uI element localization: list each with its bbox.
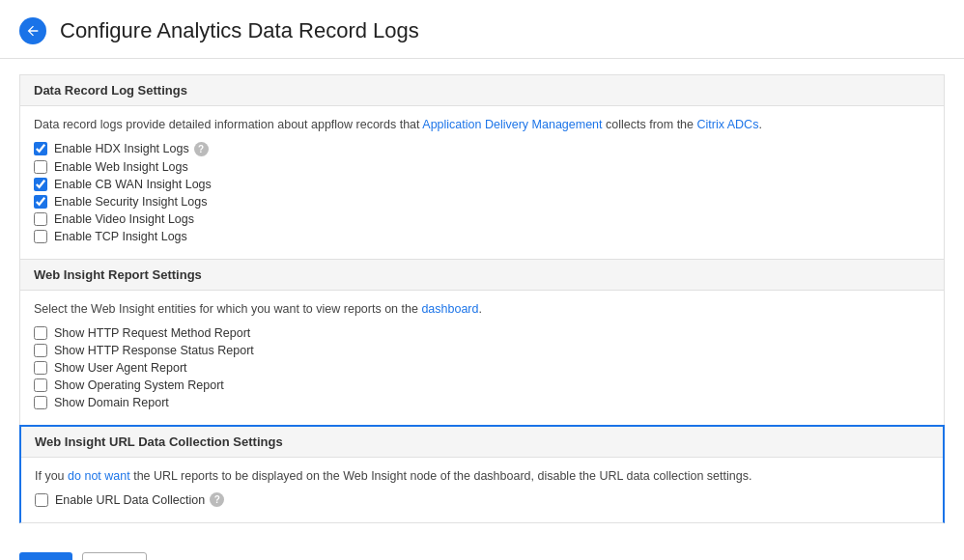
data-record-section-header: Data Record Log Settings [20, 75, 944, 106]
checkbox-domain-label: Show Domain Report [54, 396, 169, 409]
checkbox-os[interactable] [34, 378, 47, 392]
page-title: Configure Analytics Data Record Logs [60, 18, 419, 43]
checkbox-http-req-label: Show HTTP Request Method Report [54, 326, 250, 340]
back-button[interactable] [19, 17, 46, 44]
checkbox-url[interactable] [35, 493, 48, 507]
checkbox-cbwan[interactable] [34, 178, 47, 191]
checkbox-os-row: Show Operating System Report [34, 378, 930, 392]
checkbox-tcp-label: Enable TCP Insight Logs [54, 230, 187, 243]
checkbox-url-row: Enable URL Data Collection ? [35, 492, 929, 507]
checkbox-user-agent-row: Show User Agent Report [34, 361, 930, 375]
checkbox-tcp[interactable] [34, 230, 47, 243]
checkbox-user-agent[interactable] [34, 361, 47, 375]
checkbox-http-req[interactable] [34, 326, 47, 340]
content-area: Data Record Log Settings Data record log… [0, 59, 964, 539]
checkbox-url-label: Enable URL Data Collection [55, 493, 205, 507]
checkbox-video-label: Enable Video Insight Logs [54, 212, 194, 226]
checkbox-web[interactable] [34, 160, 47, 174]
checkbox-os-label: Show Operating System Report [54, 378, 224, 392]
checkbox-hdx-row: Enable HDX Insight Logs ? [34, 142, 930, 156]
checkbox-user-agent-label: Show User Agent Report [54, 361, 187, 375]
checkbox-security-row: Enable Security Insight Logs [34, 195, 930, 209]
url-collection-section-body: If you do not want the URL reports to be… [21, 458, 943, 523]
close-button[interactable]: Close [82, 552, 147, 560]
page-header: Configure Analytics Data Record Logs [0, 0, 964, 59]
ok-button[interactable]: OK [19, 552, 72, 560]
checkbox-video[interactable] [34, 212, 47, 226]
url-collection-description: If you do not want the URL reports to be… [35, 467, 929, 486]
checkbox-web-row: Enable Web Insight Logs [34, 160, 930, 174]
checkbox-hdx-label: Enable HDX Insight Logs [54, 142, 189, 155]
checkbox-domain[interactable] [34, 396, 47, 409]
checkbox-http-resp-label: Show HTTP Response Status Report [54, 344, 254, 357]
web-insight-section-body: Select the Web Insight entities for whic… [20, 291, 944, 425]
checkbox-http-resp-row: Show HTTP Response Status Report [34, 344, 930, 357]
url-collection-section: Web Insight URL Data Collection Settings… [19, 425, 945, 524]
checkbox-web-label: Enable Web Insight Logs [54, 160, 188, 174]
web-insight-description: Select the Web Insight entities for whic… [34, 300, 930, 319]
hdx-help-icon[interactable]: ? [194, 142, 209, 156]
data-record-description: Data record logs provide detailed inform… [34, 116, 930, 134]
footer-buttons: OK Close [0, 539, 964, 560]
checkbox-tcp-row: Enable TCP Insight Logs [34, 230, 930, 243]
checkbox-http-req-row: Show HTTP Request Method Report [34, 326, 930, 340]
data-record-section-body: Data record logs provide detailed inform… [20, 106, 944, 259]
checkbox-cbwan-label: Enable CB WAN Insight Logs [54, 178, 212, 191]
checkbox-hdx[interactable] [34, 142, 47, 155]
url-collection-section-header: Web Insight URL Data Collection Settings [21, 427, 943, 458]
checkbox-security[interactable] [34, 195, 47, 209]
checkbox-cbwan-row: Enable CB WAN Insight Logs [34, 178, 930, 191]
checkbox-video-row: Enable Video Insight Logs [34, 212, 930, 226]
checkbox-domain-row: Show Domain Report [34, 396, 930, 409]
data-record-section: Data Record Log Settings Data record log… [19, 74, 945, 259]
web-insight-section: Web Insight Report Settings Select the W… [19, 259, 945, 425]
checkbox-security-label: Enable Security Insight Logs [54, 195, 207, 209]
url-help-icon[interactable]: ? [210, 492, 224, 507]
checkbox-http-resp[interactable] [34, 344, 47, 357]
web-insight-section-header: Web Insight Report Settings [20, 260, 944, 291]
